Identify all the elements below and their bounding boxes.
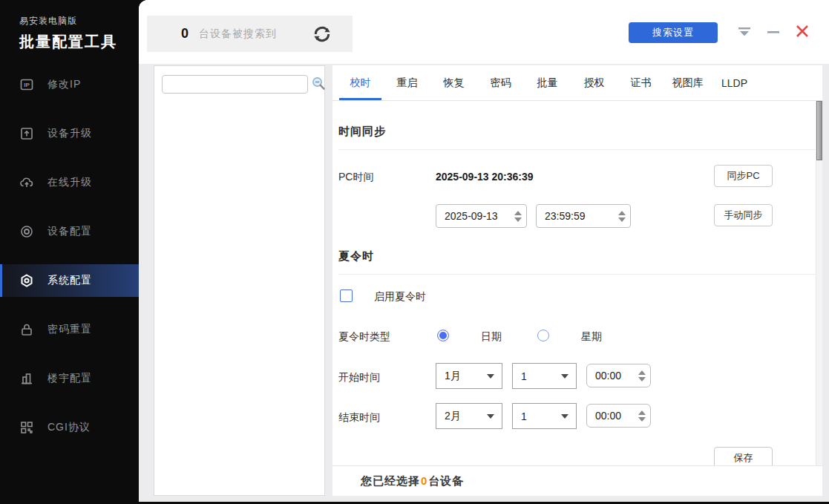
sidebar-item-device-upgrade[interactable]: 设备升级 [0, 117, 139, 150]
sidebar-item-system-config[interactable]: 系统配置 [0, 264, 139, 297]
manual-date-spinner[interactable]: 2025-09-13 [436, 204, 527, 228]
start-month-select[interactable]: 1月 [436, 363, 502, 389]
spin-up-icon[interactable] [638, 410, 646, 415]
building-icon [19, 371, 34, 386]
sidebar: 易安装电脑版 批量配置工具 IP 修改IP 设备升级 在线升级 [0, 0, 139, 504]
search-result-text: 台设备被搜索到 [199, 27, 277, 41]
app-subtitle: 易安装电脑版 [19, 15, 139, 27]
sidebar-item-modify-ip[interactable]: IP 修改IP [0, 68, 139, 101]
tab-view-library[interactable]: 视图库 [666, 65, 709, 100]
start-day-value: 1 [513, 370, 561, 382]
selection-suffix: 台设备 [428, 474, 464, 487]
sidebar-item-label: 设备升级 [47, 127, 92, 140]
device-config-icon [19, 224, 34, 239]
search-settings-button[interactable]: 搜索设置 [629, 22, 718, 43]
selection-prefix: 您已经选择 [361, 474, 420, 487]
end-time-value: 00:00 [587, 410, 634, 422]
pc-time-value: 2025-09-13 20:36:39 [436, 171, 534, 183]
chevron-down-icon [487, 414, 494, 419]
time-spinner-arrows[interactable] [614, 205, 630, 227]
minimize-icon[interactable] [766, 24, 781, 39]
sidebar-item-label: 在线升级 [47, 176, 92, 189]
sidebar-item-cgi-protocol[interactable]: CGI协议 [0, 411, 139, 444]
sidebar-item-online-upgrade[interactable]: 在线升级 [0, 166, 139, 199]
selection-footer: 您已经选择0台设备 [332, 465, 822, 496]
sidebar-item-device-config[interactable]: 设备配置 [0, 215, 139, 248]
app-title: 批量配置工具 [19, 32, 139, 52]
tab-authorization[interactable]: 授权 [573, 65, 615, 100]
lock-icon [19, 322, 34, 337]
device-search-input[interactable] [162, 75, 308, 94]
sync-pc-button[interactable]: 同步PC [714, 165, 773, 187]
manual-sync-button[interactable]: 手动同步 [714, 204, 773, 226]
time-spinner-arrows[interactable] [634, 405, 650, 427]
manual-time-value: 23:59:59 [537, 210, 614, 222]
top-toolbar: 0 台设备被搜索到 搜索设置 [139, 0, 829, 64]
end-day-select[interactable]: 1 [512, 403, 577, 429]
device-count: 0 [181, 26, 189, 42]
date-spinner-arrows[interactable] [510, 205, 526, 227]
config-panel: 校时 重启 恢复 密码 批量 授权 证书 视图库 LLDP 时间同步 PC时间 … [332, 65, 822, 496]
collapse-window-icon[interactable] [736, 24, 753, 39]
dst-type-date-radio[interactable] [437, 330, 449, 341]
dst-heading: 夏令时 [338, 249, 816, 275]
spin-down-icon[interactable] [638, 417, 646, 422]
manual-date-value: 2025-09-13 [436, 210, 510, 222]
start-month-value: 1月 [436, 370, 487, 383]
start-day-select[interactable]: 1 [512, 363, 577, 389]
spin-down-icon[interactable] [514, 217, 522, 222]
scrollbar-thumb[interactable] [816, 101, 822, 160]
pc-time-label: PC时间 [338, 171, 373, 184]
dst-type-date-label[interactable]: 日期 [481, 330, 502, 344]
search-magnifier-icon[interactable] [311, 76, 326, 91]
tab-certificate[interactable]: 证书 [620, 65, 662, 100]
end-day-value: 1 [513, 410, 561, 422]
dst-type-label: 夏令时类型 [338, 330, 390, 344]
dst-type-week-label[interactable]: 星期 [581, 330, 602, 344]
spin-up-icon[interactable] [638, 370, 646, 375]
brand: 易安装电脑版 批量配置工具 [0, 0, 139, 52]
spin-up-icon[interactable] [618, 211, 626, 215]
enable-dst-label: 启用夏令时 [374, 290, 426, 304]
tab-restore[interactable]: 恢复 [433, 65, 475, 100]
device-upgrade-icon [19, 126, 34, 141]
spin-up-icon[interactable] [514, 211, 522, 215]
close-icon[interactable] [794, 23, 810, 39]
device-list-panel [154, 65, 325, 496]
end-month-value: 2月 [436, 410, 487, 423]
time-spinner-arrows[interactable] [634, 364, 650, 387]
start-time-label: 开始时间 [338, 371, 380, 384]
sidebar-item-label: 楼宇配置 [47, 372, 92, 385]
body-region: 校时 重启 恢复 密码 批量 授权 证书 视图库 LLDP 时间同步 PC时间 … [139, 64, 829, 502]
chevron-down-icon [561, 374, 568, 379]
end-month-select[interactable]: 2月 [436, 403, 502, 429]
refresh-icon[interactable] [312, 24, 332, 44]
tab-reboot[interactable]: 重启 [386, 65, 428, 100]
chevron-down-icon [561, 414, 568, 419]
sidebar-item-label: 密码重置 [47, 323, 92, 336]
sidebar-item-building-config[interactable]: 楼宇配置 [0, 362, 139, 395]
sidebar-item-label: 系统配置 [47, 274, 92, 287]
dst-type-week-radio[interactable] [537, 330, 549, 341]
start-time-spinner[interactable]: 00:00 [586, 364, 651, 387]
svg-text:IP: IP [24, 82, 30, 88]
vertical-scrollbar[interactable] [816, 101, 822, 496]
end-time-spinner[interactable]: 00:00 [586, 404, 651, 428]
tabbar: 校时 重启 恢复 密码 批量 授权 证书 视图库 LLDP [332, 65, 822, 101]
tab-lldp[interactable]: LLDP [713, 65, 756, 100]
start-time-value: 00:00 [587, 370, 634, 382]
system-config-icon [19, 273, 34, 288]
tab-batch[interactable]: 批量 [526, 65, 568, 100]
app-window: 易安装电脑版 批量配置工具 IP 修改IP 设备升级 在线升级 [0, 0, 829, 504]
tab-time-calibration[interactable]: 校时 [339, 65, 381, 100]
sidebar-item-label: CGI协议 [47, 421, 91, 434]
tab-password[interactable]: 密码 [479, 65, 522, 100]
main-content: 0 台设备被搜索到 搜索设置 [139, 0, 829, 502]
enable-dst-checkbox[interactable] [340, 289, 353, 302]
spin-down-icon[interactable] [618, 217, 626, 222]
sidebar-item-password-reset[interactable]: 密码重置 [0, 313, 139, 346]
manual-time-spinner[interactable]: 23:59:59 [536, 204, 631, 228]
chevron-down-icon [487, 374, 494, 379]
qr-grid-icon [19, 420, 34, 435]
spin-down-icon[interactable] [638, 377, 646, 382]
